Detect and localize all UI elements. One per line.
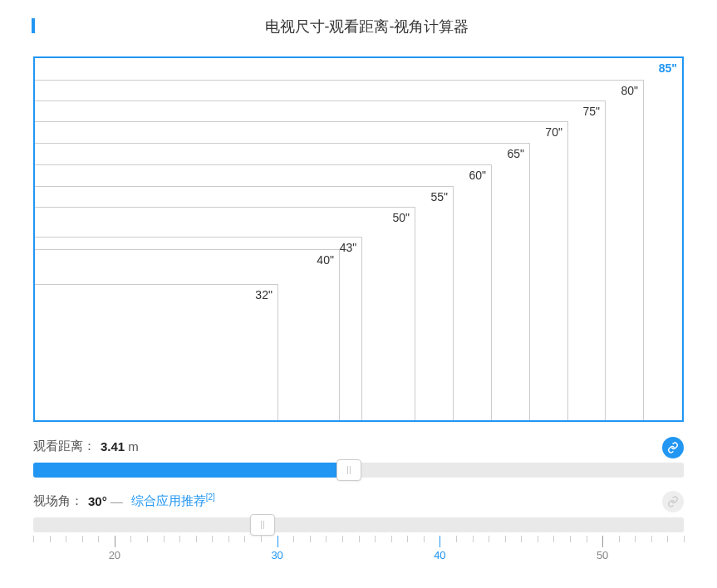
distance-label: 观看距离： (33, 439, 96, 454)
ruler-label: 40 (434, 549, 445, 561)
link-icon[interactable] (662, 491, 684, 512)
ruler-tick (310, 536, 311, 542)
angle-slider[interactable] (33, 517, 684, 532)
distance-value: 3.41 (101, 439, 125, 453)
ruler-tick (212, 536, 213, 542)
ruler-tick (179, 536, 180, 542)
ruler-tick (277, 536, 278, 547)
ruler-tick (147, 536, 148, 542)
ruler-tick (98, 536, 99, 542)
ruler-tick (82, 536, 83, 542)
ruler-tick (293, 536, 294, 542)
recommendation-link[interactable]: 综合应用推荐[2] (131, 492, 215, 509)
ruler-tick (66, 536, 66, 542)
ruler-tick (164, 536, 165, 542)
ruler-tick (391, 536, 392, 542)
distance-slider-fill (33, 463, 349, 478)
header-accent-bar (32, 18, 35, 33)
ruler-tick (553, 536, 554, 542)
ruler-tick (635, 536, 636, 542)
ruler-tick (228, 536, 229, 542)
ruler-tick (424, 536, 425, 542)
ruler-tick (326, 536, 327, 542)
ruler-tick (538, 536, 538, 542)
tv-size-chart[interactable]: 32"40"43"50"55"60"65"70"75"80"85" (33, 56, 684, 422)
ruler-label: 20 (109, 549, 120, 561)
separator: — (110, 494, 123, 508)
ruler-tick (651, 536, 652, 542)
tv-size-label: 85" (659, 61, 677, 75)
ruler-tick (359, 536, 360, 542)
angle-label: 视场角： (33, 493, 83, 509)
ruler-tick (375, 536, 376, 542)
ruler-tick (521, 536, 522, 542)
ruler-tick (684, 536, 685, 542)
tv-size-box[interactable]: 85" (35, 58, 682, 420)
distance-slider[interactable] (33, 463, 684, 478)
ruler-tick (570, 536, 571, 542)
ruler-tick (407, 536, 408, 542)
ruler-tick (505, 536, 506, 542)
angle-ruler: 20304050 (33, 536, 684, 566)
ruler-tick (473, 536, 474, 542)
ruler-tick (261, 536, 262, 542)
reference-sup: [2] (206, 492, 215, 502)
ruler-label: 30 (271, 549, 282, 561)
ruler-tick (196, 536, 197, 542)
ruler-tick (587, 536, 587, 542)
ruler-tick (619, 536, 620, 542)
angle-value: 30° (88, 494, 107, 508)
page-title: 电视尺寸-观看距离-视角计算器 (33, 17, 700, 37)
ruler-tick (115, 536, 115, 547)
link-icon[interactable] (662, 437, 684, 458)
ruler-tick (50, 536, 51, 542)
ruler-label: 50 (597, 549, 608, 561)
distance-row: 观看距离： 3.41 m (33, 439, 684, 454)
ruler-tick (456, 536, 457, 542)
distance-slider-thumb[interactable] (336, 459, 361, 481)
ruler-tick (440, 536, 440, 547)
angle-slider-thumb[interactable] (250, 514, 275, 536)
ruler-tick (33, 536, 34, 542)
ruler-tick (489, 536, 489, 542)
ruler-tick (342, 536, 343, 542)
recommendation-text: 综合应用推荐 (131, 493, 206, 507)
angle-row: 视场角： 30° — 综合应用推荐[2] (33, 492, 684, 509)
ruler-tick (130, 536, 131, 542)
ruler-tick (602, 536, 603, 547)
ruler-tick (667, 536, 668, 542)
ruler-tick (244, 536, 245, 542)
distance-unit: m (128, 439, 139, 453)
